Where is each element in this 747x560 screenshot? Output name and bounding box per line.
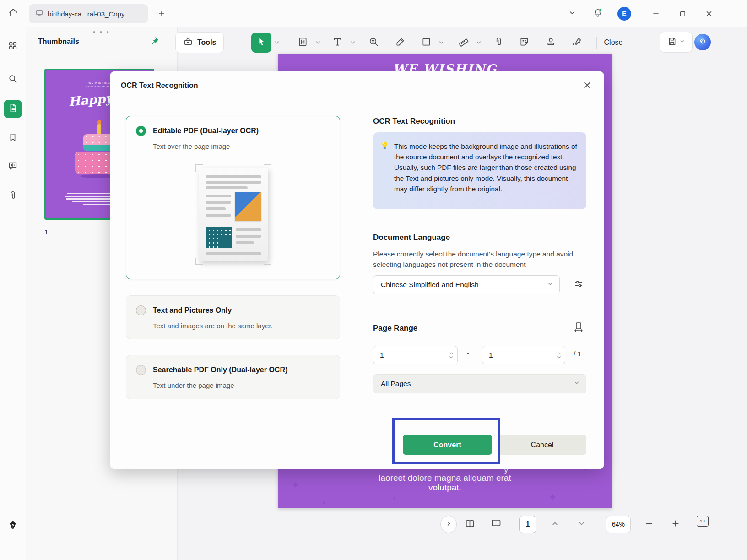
page-range-heading: Page Range — [373, 324, 417, 333]
range-separator: - — [467, 349, 469, 358]
select-tool-button[interactable] — [251, 33, 271, 53]
page-thumbnails-icon — [8, 103, 18, 115]
stepper-icon[interactable] — [449, 352, 454, 359]
star-decoration: ✦ — [392, 495, 396, 501]
option-label: Editable PDF (Dual-layer OCR) — [153, 127, 259, 135]
range-to-field — [482, 346, 565, 364]
chevron-down-icon — [679, 38, 685, 46]
actual-size-button[interactable]: 1:1 — [697, 516, 709, 527]
home-button[interactable] — [5, 5, 22, 22]
option-searchable-pdf[interactable]: Searchable PDF Only (Dual-layer OCR) Tex… — [126, 355, 340, 399]
tools-button[interactable]: Tools — [175, 32, 224, 53]
reading-mode-button[interactable] — [460, 516, 479, 533]
document-language-heading: Document Language — [373, 233, 450, 242]
shape-tool-button[interactable] — [416, 33, 436, 53]
sticker-tool-button[interactable] — [514, 33, 534, 53]
page-range-mode-value: All Pages — [381, 380, 411, 388]
window-maximize-button[interactable] — [675, 6, 690, 21]
apps-grid-button[interactable] — [4, 38, 22, 56]
ruler-icon — [456, 35, 471, 50]
search-button[interactable] — [4, 71, 22, 89]
edit-page-tool-button[interactable] — [292, 33, 313, 53]
select-tool-dropdown[interactable] — [273, 38, 281, 47]
plus-icon — [671, 519, 680, 529]
thumbnail-page-number: 1 — [44, 228, 48, 236]
page-number-box[interactable]: 1 — [519, 516, 536, 533]
stepper-icon[interactable] — [557, 352, 561, 359]
pin-icon — [150, 36, 160, 48]
option-text-pictures-only[interactable]: Text and Pictures Only Text and images a… — [126, 295, 340, 339]
stamp-tool-button[interactable] — [541, 33, 561, 53]
presentation-mode-button[interactable] — [486, 516, 506, 533]
option-label: Text and Pictures Only — [153, 306, 232, 315]
edit-page-dropdown[interactable] — [314, 38, 322, 47]
range-from-field — [373, 346, 458, 364]
book-icon — [465, 518, 475, 531]
text-tool-dropdown[interactable] — [349, 38, 357, 47]
document-tab[interactable]: birthday-ca...ral-03_Copy — [29, 4, 148, 23]
rectangle-shape-icon — [421, 37, 432, 49]
new-tab-button[interactable] — [155, 7, 168, 21]
paperclip-icon — [493, 37, 504, 49]
window-minimize-button[interactable] — [648, 6, 664, 21]
dialog-title: OCR Text Recognition — [121, 82, 198, 90]
titlebar-more-button[interactable] — [566, 7, 579, 20]
minus-icon — [645, 519, 653, 529]
notifications-button[interactable] — [591, 7, 604, 20]
attachments-panel-button[interactable] — [4, 187, 22, 206]
paperclip-icon — [8, 190, 18, 202]
close-tools-button[interactable]: Close — [601, 33, 625, 53]
design-tool-button[interactable] — [4, 517, 22, 535]
save-button[interactable] — [660, 32, 693, 53]
page-body-line1: laoreet dolore magna aliquam erat — [278, 473, 612, 483]
radio-selected-icon[interactable] — [136, 126, 146, 136]
range-from-input[interactable] — [374, 346, 457, 364]
apps-grid-icon — [8, 41, 18, 53]
dialog-settings-column: OCR Text Recognition 💡 This mode keeps t… — [373, 71, 586, 469]
option-description: Text under the page image — [153, 381, 234, 389]
convert-button[interactable]: Convert — [403, 435, 492, 455]
zoom-out-button[interactable] — [640, 516, 658, 533]
left-toolbar-rail — [0, 27, 26, 560]
chevron-down-icon — [574, 380, 580, 388]
bookmarks-panel-button[interactable] — [4, 129, 22, 147]
language-advanced-settings-button[interactable] — [572, 278, 585, 292]
pen-tool-button[interactable] — [390, 33, 410, 53]
account-avatar[interactable]: E — [617, 7, 631, 21]
pen-icon — [395, 37, 406, 49]
language-select-value: Chinese Simplified and English — [381, 281, 479, 289]
ai-assistant-button[interactable] — [694, 34, 711, 50]
radio-unselected-icon[interactable] — [136, 305, 146, 315]
zoom-in-button[interactable] — [666, 516, 685, 533]
statusbar-separator — [600, 516, 600, 526]
thumbnails-panel-button[interactable] — [4, 100, 22, 118]
comments-panel-button[interactable] — [4, 158, 22, 176]
document-tab-icon — [35, 9, 43, 19]
option-editable-pdf[interactable]: Editable PDF (Dual-layer OCR) Text over … — [126, 116, 340, 279]
language-select[interactable]: Chinese Simplified and English — [373, 275, 560, 294]
previous-page-button[interactable] — [546, 516, 564, 533]
page-range-mode-select[interactable]: All Pages — [373, 374, 586, 393]
measure-tool-dropdown[interactable] — [475, 38, 483, 47]
tools-button-label: Tools — [197, 38, 216, 47]
window-close-button[interactable] — [701, 6, 717, 21]
radio-unselected-icon[interactable] — [136, 365, 146, 375]
pin-panel-button[interactable] — [148, 35, 162, 49]
comment-icon — [8, 161, 18, 173]
ocr-search-tool-button[interactable] — [363, 33, 384, 53]
search-text-icon — [368, 37, 379, 49]
chevron-up-icon — [551, 520, 559, 529]
panel-drag-handle[interactable]: • • • — [90, 28, 113, 36]
measure-tool-button[interactable] — [454, 33, 474, 53]
page-range-options-button[interactable] — [572, 321, 585, 335]
signature-tool-button[interactable] — [567, 33, 587, 53]
next-page-button[interactable] — [572, 516, 590, 533]
cancel-button[interactable]: Cancel — [498, 435, 586, 455]
range-to-input[interactable] — [482, 346, 565, 364]
shape-tool-dropdown[interactable] — [437, 38, 445, 47]
mode-info-text: This mode keeps the background image and… — [394, 141, 579, 194]
text-tool-button[interactable] — [327, 33, 347, 53]
expand-statusbar-button[interactable] — [440, 516, 457, 533]
attach-tool-button[interactable] — [488, 33, 509, 53]
zoom-level-button[interactable]: 64% — [606, 516, 631, 533]
